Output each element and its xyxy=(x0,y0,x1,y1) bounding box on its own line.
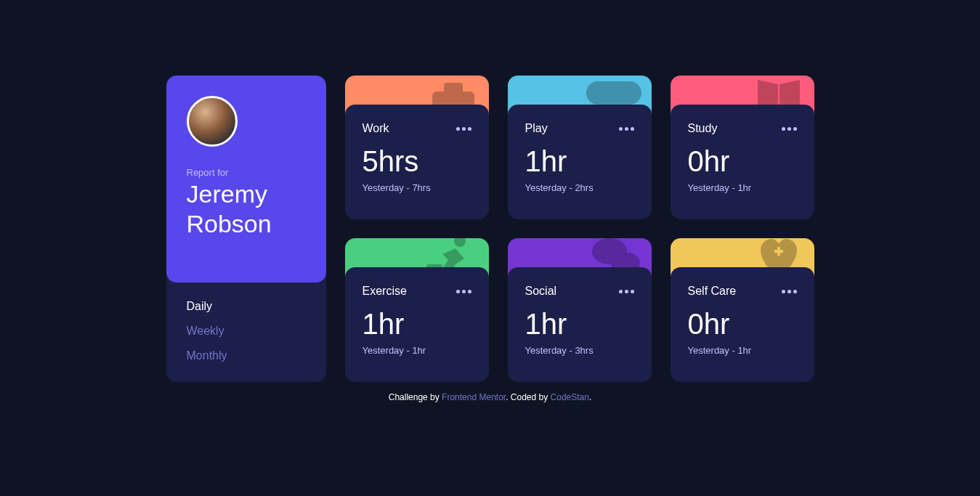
current-hours: 1hr xyxy=(363,308,471,341)
dashboard: Report for Jeremy Robson Daily Weekly Mo… xyxy=(166,76,814,382)
profile-column: Report for Jeremy Robson Daily Weekly Mo… xyxy=(166,76,326,382)
card-body[interactable]: Work 5hrs Yesterday - 7hrs xyxy=(345,105,489,219)
card-title: Self Care xyxy=(688,285,737,298)
ellipsis-icon[interactable] xyxy=(456,290,471,293)
card-title: Work xyxy=(363,122,389,135)
card-body[interactable]: Exercise 1hr Yesterday - 1hr xyxy=(345,267,489,382)
attribution: Challenge by Frontend Mentor. Coded by C… xyxy=(389,392,592,402)
card-header: Study xyxy=(688,122,797,135)
attribution-link-frontend-mentor[interactable]: Frontend Mentor xyxy=(442,392,506,402)
card-header: Work xyxy=(363,122,471,135)
previous-hours: Yesterday - 2hrs xyxy=(525,182,634,193)
card-selfcare: Self Care 0hr Yesterday - 1hr xyxy=(671,238,814,382)
card-study: Study 0hr Yesterday - 1hr xyxy=(671,76,814,219)
card-header: Exercise xyxy=(363,285,471,298)
period-daily[interactable]: Daily xyxy=(187,300,306,313)
card-social: Social 1hr Yesterday - 3hrs xyxy=(508,238,652,382)
attribution-middle: . Coded by xyxy=(506,392,550,402)
previous-hours: Yesterday - 7hrs xyxy=(363,182,471,193)
period-list: Daily Weekly Monthly xyxy=(166,282,326,382)
svg-point-4 xyxy=(629,92,636,99)
card-title: Exercise xyxy=(363,285,407,298)
ellipsis-icon[interactable] xyxy=(619,290,634,293)
period-monthly[interactable]: Monthly xyxy=(187,349,306,362)
svg-rect-6 xyxy=(598,86,602,99)
ellipsis-icon[interactable] xyxy=(456,127,471,131)
card-body[interactable]: Social 1hr Yesterday - 3hrs xyxy=(508,267,652,382)
card-play: Play 1hr Yesterday - 2hrs xyxy=(508,76,652,219)
card-work: Work 5hrs Yesterday - 7hrs xyxy=(345,76,489,219)
svg-rect-1 xyxy=(444,83,463,94)
card-title: Play xyxy=(525,122,548,135)
attribution-link-codestan[interactable]: CodeStan xyxy=(551,392,589,402)
svg-point-7 xyxy=(454,238,466,247)
avatar xyxy=(187,96,238,147)
profile-text: Report for Jeremy Robson xyxy=(187,167,306,239)
ellipsis-icon[interactable] xyxy=(782,290,797,293)
card-header: Play xyxy=(525,122,634,135)
current-hours: 1hr xyxy=(525,308,634,341)
svg-rect-12 xyxy=(777,247,780,256)
current-hours: 1hr xyxy=(525,145,634,178)
profile-name: Jeremy Robson xyxy=(187,179,306,239)
attribution-prefix: Challenge by xyxy=(389,392,442,402)
card-body[interactable]: Study 0hr Yesterday - 1hr xyxy=(671,105,814,219)
card-title: Study xyxy=(688,122,718,135)
profile-card: Report for Jeremy Robson xyxy=(166,76,326,282)
current-hours: 0hr xyxy=(688,145,797,178)
previous-hours: Yesterday - 1hr xyxy=(363,345,471,356)
card-title: Social xyxy=(525,285,557,298)
report-for-label: Report for xyxy=(187,167,306,178)
card-body[interactable]: Play 1hr Yesterday - 2hrs xyxy=(508,105,652,219)
ellipsis-icon[interactable] xyxy=(782,127,797,131)
previous-hours: Yesterday - 1hr xyxy=(688,345,797,356)
previous-hours: Yesterday - 3hrs xyxy=(525,345,634,356)
current-hours: 0hr xyxy=(688,308,797,341)
ellipsis-icon[interactable] xyxy=(619,127,634,131)
attribution-suffix: . xyxy=(589,392,591,402)
current-hours: 5hrs xyxy=(363,145,471,178)
card-header: Social xyxy=(525,285,634,298)
card-exercise: Exercise 1hr Yesterday - 1hr xyxy=(345,238,489,382)
svg-point-3 xyxy=(622,85,629,92)
card-header: Self Care xyxy=(688,285,797,298)
card-body[interactable]: Self Care 0hr Yesterday - 1hr xyxy=(671,267,814,382)
period-weekly[interactable]: Weekly xyxy=(187,325,306,338)
previous-hours: Yesterday - 1hr xyxy=(688,182,797,193)
